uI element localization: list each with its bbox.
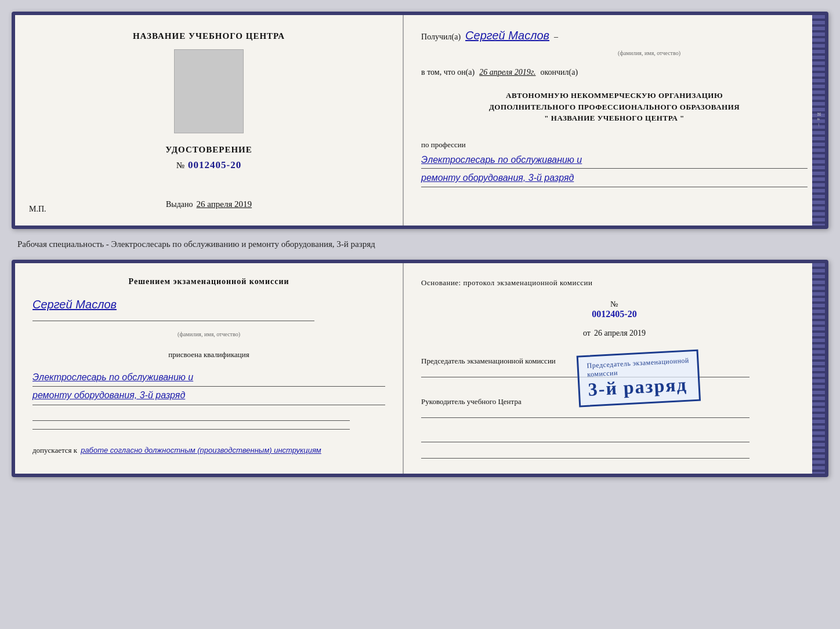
extra-line-2: [421, 448, 750, 459]
stamp-text: 3-й разряд: [588, 374, 691, 401]
date-prefix: от: [583, 329, 591, 338]
certificate-doc1: НАЗВАНИЕ УЧЕБНОГО ЦЕНТРА УДОСТОВЕРЕНИЕ №…: [12, 12, 828, 229]
photo-placeholder: [174, 49, 244, 133]
org-line3: " НАЗВАНИЕ УЧЕБНОГО ЦЕНТРА ": [421, 112, 808, 124]
qualification-line1: Электрослесарь по обслуживанию и: [32, 369, 385, 387]
page-wrapper: НАЗВАНИЕ УЧЕБНОГО ЦЕНТРА УДОСТОВЕРЕНИЕ №…: [12, 12, 828, 477]
sig-line-1: [32, 420, 350, 421]
cert-number-prefix: №: [176, 161, 184, 170]
in-that-label: в том, что он(а): [421, 68, 475, 77]
proto-date: 26 апреля 2019: [594, 329, 646, 338]
sig-line-2: [32, 429, 350, 430]
allowed-text: работе согласно должностным (производств…: [81, 446, 321, 455]
school-name-top: НАЗВАНИЕ УЧЕБНОГО ЦЕНТРА: [133, 31, 285, 41]
doc2-fio-sublabel: (фамилия, имя, отчество): [178, 331, 240, 337]
org-line2: ДОПОЛНИТЕЛЬНОГО ПРОФЕССИОНАЛЬНОГО ОБРАЗО…: [421, 101, 808, 113]
signature-line-name: [32, 321, 314, 321]
received-label: Получил(а): [421, 32, 461, 42]
allowed-label: допускается к: [32, 446, 77, 455]
fio-sublabel: (фамилия, имя, отчество): [618, 50, 680, 56]
dash: –: [554, 32, 558, 42]
doc2-person-name: Сергей Маслов: [32, 298, 117, 311]
certificate-doc2: Решением экзаменационной комиссии Сергей…: [12, 260, 828, 477]
qualification-line2: ремонту оборудования, 3-й разряд: [32, 387, 385, 405]
cert-number: 0012405-20: [188, 159, 241, 171]
commission-title: Решением экзаменационной комиссии: [32, 277, 385, 286]
person-name: Сергей Маслов: [465, 29, 549, 42]
assigned-label: присвоена квалификация: [32, 350, 385, 359]
proto-number: 0012405-20: [421, 309, 808, 319]
completion-date: 26 апреля 2019г.: [479, 68, 535, 77]
org-line1: АВТОНОМНУЮ НЕКОММЕРЧЕСКУЮ ОРГАНИЗАЦИЮ: [421, 90, 808, 101]
basis-label: Основание: протокол экзаменационной коми…: [421, 277, 808, 289]
doc1-left-panel: НАЗВАНИЕ УЧЕБНОГО ЦЕНТРА УДОСТОВЕРЕНИЕ №…: [15, 15, 404, 226]
finished-label: окончил(а): [541, 68, 578, 77]
head-sig-line: [421, 408, 750, 418]
edge-decoration-right2: [812, 263, 825, 474]
cert-title: УДОСТОВЕРЕНИЕ: [165, 145, 252, 155]
doc1-right-panel: Получил(а) Сергей Маслов – (фамилия, имя…: [404, 15, 825, 226]
edge-text: И а ←: [816, 112, 821, 128]
doc2-right-panel: Основание: протокол экзаменационной коми…: [404, 263, 825, 474]
issued-date: 26 апреля 2019: [197, 199, 252, 209]
between-label: Рабочая специальность - Электрослесарь п…: [12, 239, 828, 249]
qualification-stamp: Председатель экзаменационнойкомиссии 3-й…: [577, 350, 701, 408]
doc2-left-panel: Решением экзаменационной комиссии Сергей…: [15, 263, 404, 474]
proto-prefix: №: [610, 300, 618, 308]
mp-label: М.П.: [29, 205, 46, 214]
profession-line2: ремонту оборудования, 3-й разряд: [421, 170, 808, 187]
extra-line-1: [421, 432, 750, 442]
issued-label: Выдано: [166, 200, 193, 209]
edge-decoration-right: И а ←: [812, 15, 825, 226]
profession-line1: Электрослесарь по обслуживанию и: [421, 152, 808, 169]
profession-label: по профессии: [421, 140, 808, 150]
